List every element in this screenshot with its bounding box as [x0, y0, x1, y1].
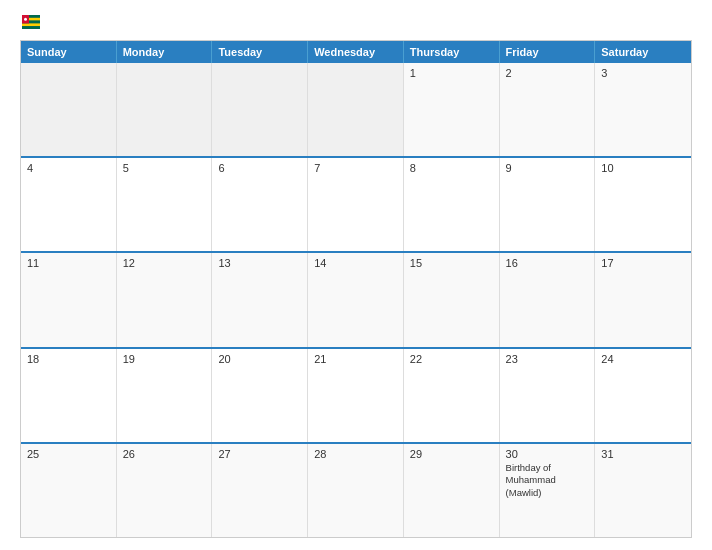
- day-header-saturday: Saturday: [595, 41, 691, 63]
- day-cell: 19: [117, 349, 213, 442]
- day-cell: 30Birthday of Muhammad (Mawlid): [500, 444, 596, 537]
- day-number: 29: [410, 448, 493, 460]
- day-cell: 8: [404, 158, 500, 251]
- svg-rect-4: [22, 26, 40, 29]
- day-number: 1: [410, 67, 493, 79]
- day-number: 17: [601, 257, 685, 269]
- day-cell: 25: [21, 444, 117, 537]
- event-label: Birthday of Muhammad (Mawlid): [506, 462, 589, 499]
- day-header-tuesday: Tuesday: [212, 41, 308, 63]
- day-cell: 29: [404, 444, 500, 537]
- day-cell: [212, 63, 308, 156]
- day-number: 27: [218, 448, 301, 460]
- week-row-5: 252627282930Birthday of Muhammad (Mawlid…: [21, 444, 691, 537]
- day-cell: 24: [595, 349, 691, 442]
- day-number: 6: [218, 162, 301, 174]
- day-number: 21: [314, 353, 397, 365]
- day-cell: 23: [500, 349, 596, 442]
- day-number: 14: [314, 257, 397, 269]
- day-number: 20: [218, 353, 301, 365]
- day-number: 11: [27, 257, 110, 269]
- day-header-monday: Monday: [117, 41, 213, 63]
- day-header-wednesday: Wednesday: [308, 41, 404, 63]
- day-cell: [21, 63, 117, 156]
- day-number: 25: [27, 448, 110, 460]
- day-cell: 12: [117, 253, 213, 346]
- day-number: 7: [314, 162, 397, 174]
- day-number: 13: [218, 257, 301, 269]
- day-number: 26: [123, 448, 206, 460]
- day-cell: 16: [500, 253, 596, 346]
- day-cell: 9: [500, 158, 596, 251]
- day-number: 15: [410, 257, 493, 269]
- day-cell: 10: [595, 158, 691, 251]
- day-headers-row: SundayMondayTuesdayWednesdayThursdayFrid…: [21, 41, 691, 63]
- day-cell: 27: [212, 444, 308, 537]
- day-cell: 2: [500, 63, 596, 156]
- day-cell: 6: [212, 158, 308, 251]
- day-header-thursday: Thursday: [404, 41, 500, 63]
- week-row-4: 18192021222324: [21, 349, 691, 444]
- day-number: 23: [506, 353, 589, 365]
- day-cell: 4: [21, 158, 117, 251]
- calendar-grid: SundayMondayTuesdayWednesdayThursdayFrid…: [20, 40, 692, 538]
- day-cell: 7: [308, 158, 404, 251]
- day-number: 9: [506, 162, 589, 174]
- day-number: 12: [123, 257, 206, 269]
- day-cell: 22: [404, 349, 500, 442]
- header: [20, 16, 692, 30]
- week-row-1: 123: [21, 63, 691, 158]
- day-cell: 1: [404, 63, 500, 156]
- day-cell: 17: [595, 253, 691, 346]
- svg-rect-3: [22, 23, 40, 26]
- logo-flag-icon: [22, 15, 40, 29]
- day-header-sunday: Sunday: [21, 41, 117, 63]
- day-number: 31: [601, 448, 685, 460]
- day-cell: [117, 63, 213, 156]
- day-cell: 31: [595, 444, 691, 537]
- day-cell: 26: [117, 444, 213, 537]
- day-cell: 14: [308, 253, 404, 346]
- week-row-3: 11121314151617: [21, 253, 691, 348]
- logo: [20, 16, 40, 30]
- day-number: 28: [314, 448, 397, 460]
- day-cell: 18: [21, 349, 117, 442]
- day-number: 16: [506, 257, 589, 269]
- day-cell: 3: [595, 63, 691, 156]
- day-header-friday: Friday: [500, 41, 596, 63]
- day-cell: 28: [308, 444, 404, 537]
- day-number: 22: [410, 353, 493, 365]
- day-number: 30: [506, 448, 589, 460]
- day-number: 3: [601, 67, 685, 79]
- calendar-page: SundayMondayTuesdayWednesdayThursdayFrid…: [0, 0, 712, 550]
- day-cell: 11: [21, 253, 117, 346]
- day-number: 24: [601, 353, 685, 365]
- day-cell: 21: [308, 349, 404, 442]
- day-number: 5: [123, 162, 206, 174]
- day-cell: 15: [404, 253, 500, 346]
- day-cell: 5: [117, 158, 213, 251]
- day-cell: 20: [212, 349, 308, 442]
- week-row-2: 45678910: [21, 158, 691, 253]
- day-number: 18: [27, 353, 110, 365]
- day-number: 2: [506, 67, 589, 79]
- svg-point-6: [24, 18, 27, 21]
- day-cell: [308, 63, 404, 156]
- weeks-container: 1234567891011121314151617181920212223242…: [21, 63, 691, 537]
- day-number: 10: [601, 162, 685, 174]
- day-number: 8: [410, 162, 493, 174]
- day-number: 4: [27, 162, 110, 174]
- day-number: 19: [123, 353, 206, 365]
- day-cell: 13: [212, 253, 308, 346]
